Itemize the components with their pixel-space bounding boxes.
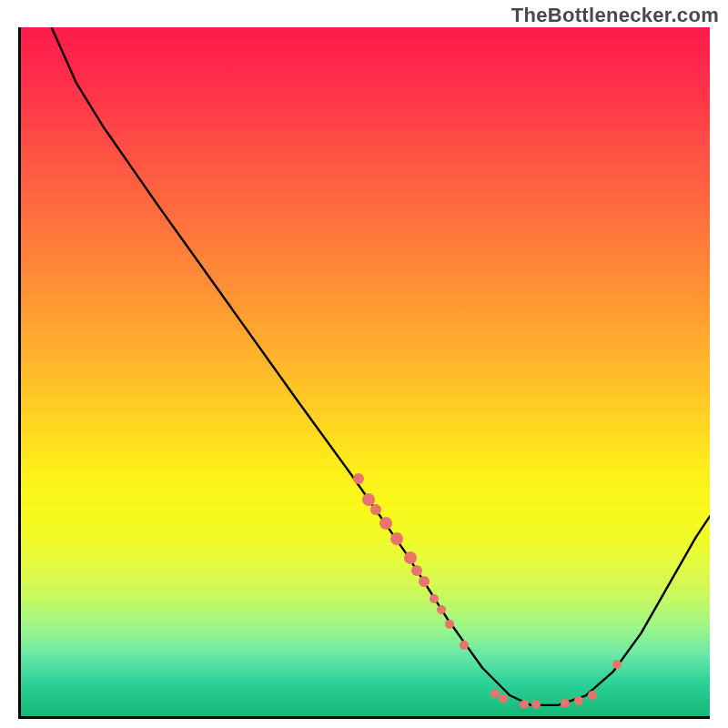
data-marker xyxy=(574,696,583,705)
chart-root: TheBottlenecker.com xyxy=(0,0,728,728)
plot-area xyxy=(18,27,710,719)
value-curve xyxy=(48,27,710,705)
data-marker xyxy=(370,504,381,515)
data-marker xyxy=(612,660,622,669)
data-marker xyxy=(419,576,430,587)
data-marker xyxy=(561,699,570,708)
curve-layer xyxy=(21,27,710,716)
data-marker xyxy=(379,517,392,530)
attribution-label: TheBottlenecker.com xyxy=(511,4,719,27)
data-marker xyxy=(531,700,541,709)
data-marker xyxy=(460,641,469,650)
data-marker xyxy=(445,620,454,629)
data-marker xyxy=(588,691,597,700)
data-marker xyxy=(353,473,364,484)
data-marker xyxy=(390,532,403,545)
data-marker xyxy=(430,594,439,603)
data-marker xyxy=(404,551,417,564)
data-marker xyxy=(411,565,422,576)
data-marker xyxy=(499,694,508,703)
data-marker xyxy=(520,700,529,709)
data-marker xyxy=(437,605,446,614)
